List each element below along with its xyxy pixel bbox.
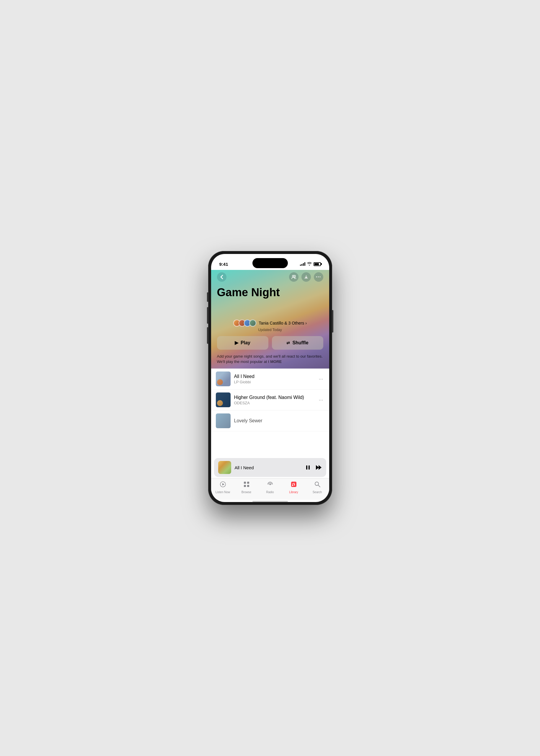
avatar-4 (249, 320, 256, 327)
playlist-title: Game Night (217, 286, 323, 299)
svg-rect-13 (291, 482, 296, 487)
search-icon (314, 481, 321, 490)
svg-point-15 (294, 484, 295, 486)
status-time: 9:41 (219, 262, 228, 267)
song-title-1: All I Need (234, 374, 314, 379)
home-indicator (252, 501, 288, 502)
browse-icon (243, 481, 250, 490)
collaborators-row: Tania Castillo & 3 Others › (233, 320, 307, 327)
status-icons (300, 262, 321, 266)
collaborators-button[interactable] (289, 272, 299, 282)
radio-icon (267, 481, 274, 490)
song-artwork-3 (216, 413, 230, 428)
phone-frame: 9:41 (208, 251, 332, 505)
tab-library[interactable]: Library (282, 481, 306, 494)
description-text: Add your game night songs, and we'll all… (217, 354, 323, 365)
svg-line-17 (318, 485, 320, 487)
svg-marker-4 (316, 465, 319, 470)
playlist-meta: Tania Castillo & 3 Others › Updated Toda… (217, 320, 323, 332)
svg-marker-7 (222, 483, 224, 486)
signal-icon (300, 262, 305, 266)
nav-bar: ··· (217, 270, 323, 286)
wifi-icon (307, 262, 312, 266)
shuffle-icon: ⇄ (286, 341, 290, 345)
song-artist-1: LP Giobbi (234, 380, 314, 384)
svg-rect-8 (244, 482, 246, 484)
song-artwork-2 (216, 392, 230, 407)
tab-label-library: Library (289, 491, 298, 494)
tab-radio[interactable]: Radio (258, 481, 282, 494)
song-info-2: Higher Ground (feat. Naomi Wild) ODESZA (234, 395, 314, 405)
play-button[interactable]: ▶ Play (217, 336, 268, 350)
more-button[interactable]: ··· (314, 272, 323, 282)
mini-player-title: All I Need (235, 465, 302, 470)
phone-screen: 9:41 (211, 254, 329, 502)
more-link[interactable]: MORE (270, 360, 282, 364)
skip-forward-button[interactable] (316, 465, 322, 470)
song-info-3: Lovely Sewer (234, 418, 325, 423)
song-item-3[interactable]: Lovely Sewer (211, 410, 329, 431)
mini-player-controls (305, 465, 322, 470)
song-info-1: All I Need LP Giobbi (234, 374, 314, 384)
tab-label-browse: Browse (241, 491, 251, 494)
dynamic-island (252, 258, 288, 268)
song-artwork-1 (216, 372, 230, 386)
battery-icon (314, 262, 321, 266)
mini-player-artwork (218, 461, 231, 474)
song-item-2[interactable]: Higher Ground (feat. Naomi Wild) ODESZA … (211, 389, 329, 410)
svg-rect-9 (247, 482, 249, 484)
svg-rect-2 (306, 465, 307, 470)
tab-listen-now[interactable]: Listen Now (211, 481, 235, 494)
library-icon (290, 481, 297, 490)
back-button[interactable] (217, 272, 226, 282)
svg-rect-11 (247, 485, 249, 487)
tab-browse[interactable]: Browse (235, 481, 258, 494)
tab-label-radio: Radio (266, 491, 274, 494)
updated-text: Updated Today (258, 328, 282, 332)
svg-rect-10 (244, 485, 246, 487)
play-icon: ▶ (235, 340, 238, 346)
svg-point-14 (292, 485, 293, 486)
collaborators-text[interactable]: Tania Castillo & 3 Others › (259, 321, 307, 325)
svg-rect-3 (309, 465, 310, 470)
nav-actions: ··· (289, 272, 323, 282)
download-button[interactable] (302, 272, 311, 282)
song-item-1[interactable]: All I Need LP Giobbi ··· (211, 369, 329, 389)
svg-point-16 (315, 482, 319, 486)
listen-now-icon (219, 481, 226, 490)
song-title-2: Higher Ground (feat. Naomi Wild) (234, 395, 314, 400)
song-more-2[interactable]: ··· (318, 396, 324, 404)
song-title-3: Lovely Sewer (234, 418, 325, 423)
action-buttons: ▶ Play ⇄ Shuffle (217, 336, 323, 350)
mini-player[interactable]: All I Need (214, 458, 326, 477)
tab-search[interactable]: Search (306, 481, 329, 494)
shuffle-button[interactable]: ⇄ Shuffle (272, 336, 323, 350)
song-more-1[interactable]: ··· (318, 375, 324, 383)
song-artist-2: ODESZA (234, 401, 314, 405)
header-area: ··· Game Night Tania Castillo & 3 Others… (211, 270, 329, 369)
svg-marker-5 (319, 465, 322, 470)
pause-button[interactable] (305, 465, 311, 470)
svg-point-12 (269, 484, 271, 485)
tab-bar: Listen Now Browse (211, 478, 329, 500)
avatar-stack (233, 320, 256, 327)
song-list: All I Need LP Giobbi ··· Higher Ground (… (211, 369, 329, 458)
tab-label-listen-now: Listen Now (215, 491, 230, 494)
tab-label-search: Search (313, 491, 322, 494)
